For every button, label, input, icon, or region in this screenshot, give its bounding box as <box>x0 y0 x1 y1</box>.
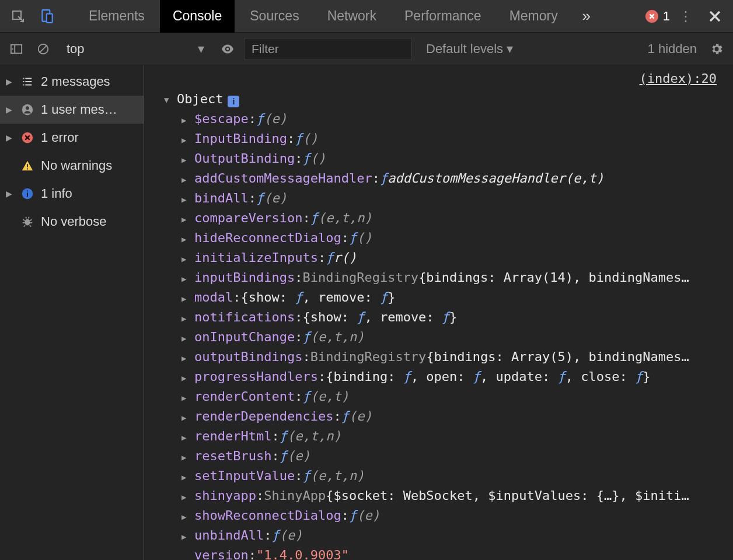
inspect-element-icon[interactable] <box>5 5 32 28</box>
sidebar-verbose-label: No verbose <box>41 214 107 229</box>
object-property-row[interactable]: ▶hideReconnectDialog: ƒ () <box>181 229 733 249</box>
svg-rect-2 <box>47 13 53 22</box>
caret-right-icon: ▶ <box>181 349 194 368</box>
sidebar-errors-label: 1 error <box>41 130 79 145</box>
caret-right-icon: ▶ <box>181 150 194 169</box>
object-property-row[interactable]: ▶onInputChange: ƒ (e,t,n) <box>181 328 733 348</box>
object-header[interactable]: ▼ Object i <box>164 90 733 110</box>
object-property-row[interactable]: ▶shinyapp: ShinyApp {$socket: WebSocket,… <box>181 487 733 506</box>
error-count-badge[interactable]: 1 <box>645 9 670 24</box>
object-property-row[interactable]: ▶renderDependencies: ƒ (e) <box>181 407 733 427</box>
svg-point-7 <box>26 106 29 110</box>
caret-right-icon: ▶ <box>181 250 194 268</box>
error-icon <box>20 130 35 145</box>
sidebar-item-info[interactable]: ▶ 1 info <box>0 180 144 208</box>
object-property-row[interactable]: ▶initializeInputs: ƒ r() <box>181 249 733 268</box>
object-label: Object <box>177 90 223 108</box>
object-property-row[interactable]: version: "1.4.0.9003" <box>181 546 733 560</box>
object-property-row[interactable]: ▶notifications: {show: ƒ, remove: ƒ} <box>181 308 733 328</box>
error-dot-icon <box>645 10 658 23</box>
tab-network[interactable]: Network <box>315 0 389 33</box>
object-property-row[interactable]: ▶InputBinding: ƒ () <box>181 130 733 149</box>
object-property-row[interactable]: ▶OutputBinding: ƒ () <box>181 149 733 169</box>
live-expression-icon[interactable] <box>217 38 238 60</box>
sidebar-item-messages[interactable]: ▶ 2 messages <box>0 68 144 96</box>
bug-icon <box>20 214 35 229</box>
list-icon <box>20 74 35 89</box>
tab-console[interactable]: Console <box>160 0 235 33</box>
caret-right-icon: ▶ <box>181 210 194 229</box>
more-tabs-icon[interactable]: » <box>573 5 600 28</box>
sidebar-warnings-label: No warnings <box>41 158 112 173</box>
chevron-down-icon: ▾ <box>198 41 204 57</box>
hidden-messages-count[interactable]: 1 hidden <box>648 41 700 57</box>
caret-right-icon: ▶ <box>181 329 194 348</box>
info-icon <box>20 186 35 201</box>
object-property-row[interactable]: ▶setInputValue: ƒ (e,t,n) <box>181 467 733 487</box>
caret-down-icon: ▼ <box>164 90 177 109</box>
caret-right-icon: ▶ <box>181 508 194 526</box>
kebab-menu-icon[interactable]: ⋮ <box>672 5 699 28</box>
object-property-row[interactable]: ▶renderHtml: ƒ (e,t,n) <box>181 427 733 447</box>
object-property-row[interactable]: ▶unbindAll: ƒ (e) <box>181 526 733 546</box>
log-levels-select[interactable]: Default levels ▾ <box>418 41 513 57</box>
sidebar-messages-label: 2 messages <box>41 74 110 89</box>
object-property-row[interactable]: ▶inputBindings: BindingRegistry {binding… <box>181 268 733 288</box>
tab-memory[interactable]: Memory <box>497 0 571 33</box>
object-property-row[interactable]: ▶resetBrush: ƒ (e) <box>181 447 733 467</box>
caret-right-icon: ▶ <box>181 289 194 308</box>
caret-right-icon: ▶ <box>181 428 194 447</box>
user-icon <box>20 102 35 117</box>
caret-right-icon: ▶ <box>181 468 194 487</box>
caret-right-icon: ▶ <box>6 105 14 114</box>
sidebar-item-verbose[interactable]: ▶ No verbose <box>0 208 144 236</box>
svg-rect-9 <box>27 164 28 167</box>
source-reference-link[interactable]: (index):20 <box>640 71 717 86</box>
toggle-sidebar-icon[interactable] <box>6 38 27 60</box>
levels-label: Default levels <box>426 41 503 57</box>
caret-right-icon: ▶ <box>181 369 194 387</box>
execution-context-select[interactable]: top ▾ <box>60 37 211 61</box>
clear-console-icon[interactable] <box>33 38 54 60</box>
caret-right-icon: ▶ <box>181 111 194 130</box>
svg-point-5 <box>226 47 229 50</box>
object-property-row[interactable]: ▶showReconnectDialog: ƒ (e) <box>181 506 733 526</box>
caret-right-icon: ▶ <box>6 77 14 86</box>
console-toolbar: top ▾ Default levels ▾ 1 hidden <box>0 33 733 65</box>
tab-sources[interactable]: Sources <box>237 0 312 33</box>
object-property-row[interactable]: ▶modal: {show: ƒ, remove: ƒ} <box>181 288 733 308</box>
object-property-row[interactable]: ▶addCustomMessageHandler: ƒ addCustomMes… <box>181 169 733 189</box>
object-property-row[interactable]: ▶outputBindings: BindingRegistry {bindin… <box>181 348 733 368</box>
tab-performance[interactable]: Performance <box>392 0 494 33</box>
caret-right-icon: ▶ <box>181 230 194 249</box>
sidebar-item-errors[interactable]: ▶ 1 error <box>0 124 144 152</box>
caret-right-icon: ▶ <box>181 388 194 407</box>
filter-input[interactable] <box>244 38 412 60</box>
object-property-row[interactable]: ▶progressHandlers: {binding: ƒ, open: ƒ,… <box>181 368 733 387</box>
caret-right-icon: ▶ <box>181 309 194 328</box>
caret-right-icon: ▶ <box>181 488 194 506</box>
close-devtools-icon[interactable] <box>701 5 728 28</box>
caret-right-icon: ▶ <box>181 170 194 189</box>
device-toolbar-icon[interactable] <box>34 5 61 28</box>
sidebar-info-label: 1 info <box>41 186 72 201</box>
sidebar-item-warnings[interactable]: ▶ No warnings <box>0 152 144 180</box>
svg-rect-13 <box>27 191 28 192</box>
object-property-row[interactable]: ▶renderContent: ƒ (e,t) <box>181 387 733 407</box>
info-badge-icon[interactable]: i <box>228 96 239 107</box>
object-property-row[interactable]: ▶$escape: ƒ (e) <box>181 110 733 130</box>
caret-right-icon: ▶ <box>181 270 194 288</box>
object-property-row[interactable]: ▶compareVersion: ƒ (e,t,n) <box>181 209 733 229</box>
error-count: 1 <box>663 9 670 24</box>
caret-right-icon: ▶ <box>6 189 14 198</box>
console-settings-icon[interactable] <box>706 38 727 60</box>
caret-right-icon: ▶ <box>181 527 194 546</box>
caret-right-icon: ▶ <box>6 133 14 142</box>
sidebar-item-user-messages[interactable]: ▶ 1 user mes… <box>0 96 144 124</box>
svg-rect-12 <box>27 192 28 197</box>
warning-icon <box>20 158 35 173</box>
tab-elements[interactable]: Elements <box>76 0 158 33</box>
caret-right-icon: ▶ <box>181 408 194 427</box>
object-property-row[interactable]: ▶bindAll: ƒ (e) <box>181 189 733 209</box>
caret-right-icon: ▶ <box>181 131 194 149</box>
